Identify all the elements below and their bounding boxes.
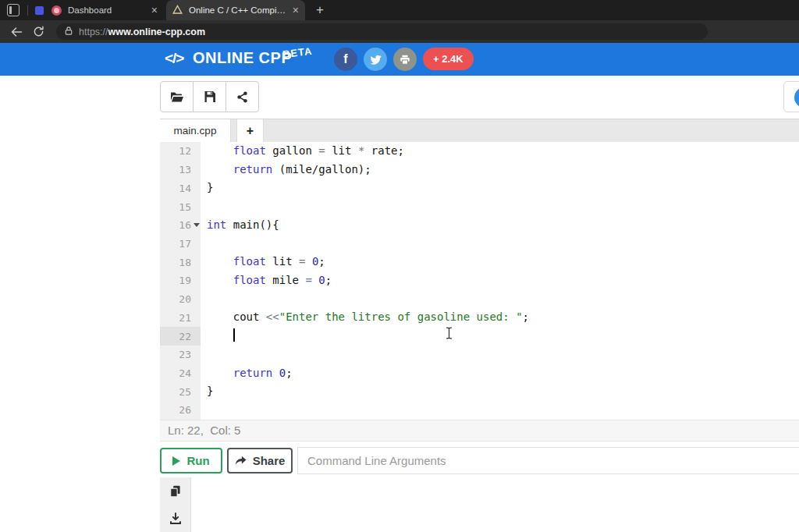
run-button[interactable]: Run bbox=[160, 448, 222, 473]
save-icon bbox=[204, 90, 216, 103]
dashboard-favicon-icon bbox=[51, 5, 62, 16]
code-line[interactable]: } bbox=[207, 382, 799, 401]
folder-open-icon bbox=[170, 91, 184, 103]
browser-window: Dashboard × Online C / C++ Compiler × + … bbox=[0, 0, 799, 532]
site-logo[interactable]: ONLINE CPP bbox=[193, 49, 292, 67]
tab-actions-icon[interactable] bbox=[7, 4, 20, 16]
browser-tab-dashboard[interactable]: Dashboard × bbox=[45, 0, 164, 20]
code-line[interactable]: return 0; bbox=[207, 364, 799, 383]
line-number: 13 bbox=[160, 161, 201, 179]
code-line[interactable] bbox=[207, 235, 799, 254]
editor-code[interactable]: float gallon = lit * rate; return (mile/… bbox=[201, 142, 799, 420]
url-field[interactable]: https://www.online-cpp.com bbox=[56, 23, 708, 40]
facebook-share-button[interactable]: f bbox=[334, 48, 357, 71]
share-code-button[interactable] bbox=[225, 81, 259, 112]
copy-output-button[interactable] bbox=[169, 485, 181, 501]
facebook-icon: f bbox=[343, 52, 347, 66]
text-caret bbox=[233, 328, 235, 342]
code-editor[interactable]: 121314151617181920212223242526 float gal… bbox=[160, 142, 799, 420]
line-number: 25 bbox=[160, 382, 201, 401]
close-tab-icon[interactable]: × bbox=[151, 5, 158, 16]
code-line[interactable] bbox=[207, 346, 799, 364]
code-line[interactable]: int main(){ bbox=[207, 216, 799, 235]
compiler-favicon-icon bbox=[172, 5, 183, 16]
print-share-button[interactable] bbox=[393, 48, 417, 71]
play-icon bbox=[172, 456, 180, 466]
code-line[interactable]: float lit = 0; bbox=[207, 253, 799, 271]
line-number: 16 bbox=[160, 216, 201, 235]
open-file-button[interactable] bbox=[160, 81, 194, 112]
line-number: 18 bbox=[160, 253, 201, 271]
refresh-icon[interactable] bbox=[33, 26, 44, 37]
file-tab-main-cpp[interactable]: main.cpp bbox=[160, 119, 231, 142]
code-line[interactable]: return (mile/gallon); bbox=[207, 161, 799, 179]
browser-address-bar: https://www.online-cpp.com bbox=[0, 20, 799, 43]
line-number: 15 bbox=[160, 197, 201, 216]
add-file-tab-button[interactable]: + bbox=[236, 119, 264, 142]
line-number: 19 bbox=[160, 271, 201, 290]
tab-strip-divider bbox=[27, 5, 28, 16]
copy-icon bbox=[169, 485, 181, 498]
new-tab-button[interactable]: + bbox=[316, 2, 324, 18]
lock-icon bbox=[65, 25, 73, 39]
line-number: 22 bbox=[160, 327, 201, 346]
browser-tab-strip: Dashboard × Online C / C++ Compiler × + bbox=[0, 0, 799, 20]
code-line[interactable] bbox=[207, 197, 799, 216]
tab-title: Dashboard bbox=[68, 5, 145, 15]
language-globe-icon bbox=[794, 87, 799, 108]
close-tab-icon[interactable]: × bbox=[293, 5, 299, 16]
line-number: 26 bbox=[160, 401, 201, 420]
line-number: 21 bbox=[160, 308, 201, 327]
file-tab-bar: main.cpp + bbox=[160, 119, 799, 142]
code-line[interactable]: } bbox=[207, 179, 799, 197]
tab-title: Online C / C++ Compiler bbox=[189, 5, 286, 15]
share-arrow-icon bbox=[235, 456, 247, 466]
download-icon bbox=[169, 512, 182, 525]
command-line-arguments-input[interactable] bbox=[297, 447, 799, 474]
twitter-icon bbox=[370, 54, 382, 65]
line-number: 12 bbox=[160, 142, 201, 161]
share-button[interactable]: Share bbox=[227, 448, 293, 473]
save-button[interactable] bbox=[193, 81, 226, 112]
printer-icon bbox=[400, 55, 410, 65]
browser-tab-compiler[interactable]: Online C / C++ Compiler × bbox=[166, 0, 305, 20]
code-line[interactable] bbox=[207, 327, 799, 346]
site-header: </> ONLINE CPP BETA f + 2.4K bbox=[0, 43, 799, 76]
pinned-tab-icon[interactable] bbox=[35, 6, 44, 15]
output-console bbox=[192, 477, 799, 532]
line-number: 17 bbox=[160, 235, 201, 254]
code-line[interactable]: float gallon = lit * rate; bbox=[207, 142, 799, 161]
line-number: 24 bbox=[160, 364, 201, 383]
code-line[interactable] bbox=[207, 401, 799, 420]
line-number: 23 bbox=[160, 346, 201, 364]
download-output-button[interactable] bbox=[169, 512, 182, 528]
output-toolbar bbox=[160, 477, 191, 532]
mouse-cursor-ibeam bbox=[446, 327, 453, 342]
share-count-button[interactable]: + 2.4K bbox=[423, 48, 474, 70]
fold-caret-icon[interactable] bbox=[194, 223, 200, 227]
code-line[interactable]: float mile = 0; bbox=[207, 271, 799, 290]
editor-gutter[interactable]: 121314151617181920212223242526 bbox=[160, 142, 201, 420]
share-alt-icon bbox=[236, 91, 248, 103]
beta-badge: BETA bbox=[282, 45, 313, 61]
code-line[interactable]: cout <<"Enter the litres of gasoline use… bbox=[207, 308, 799, 327]
language-select-button[interactable] bbox=[783, 81, 799, 112]
code-line[interactable] bbox=[207, 290, 799, 309]
line-number: 20 bbox=[160, 290, 201, 309]
url-text: https://www.online-cpp.com bbox=[79, 27, 205, 37]
line-number: 14 bbox=[160, 179, 201, 197]
cursor-position-status: Ln: 22, Col: 5 bbox=[160, 420, 799, 442]
back-icon[interactable] bbox=[10, 26, 23, 38]
editor-toolbar bbox=[160, 81, 259, 112]
code-brackets-icon: </> bbox=[165, 50, 183, 67]
twitter-share-button[interactable] bbox=[364, 48, 387, 71]
